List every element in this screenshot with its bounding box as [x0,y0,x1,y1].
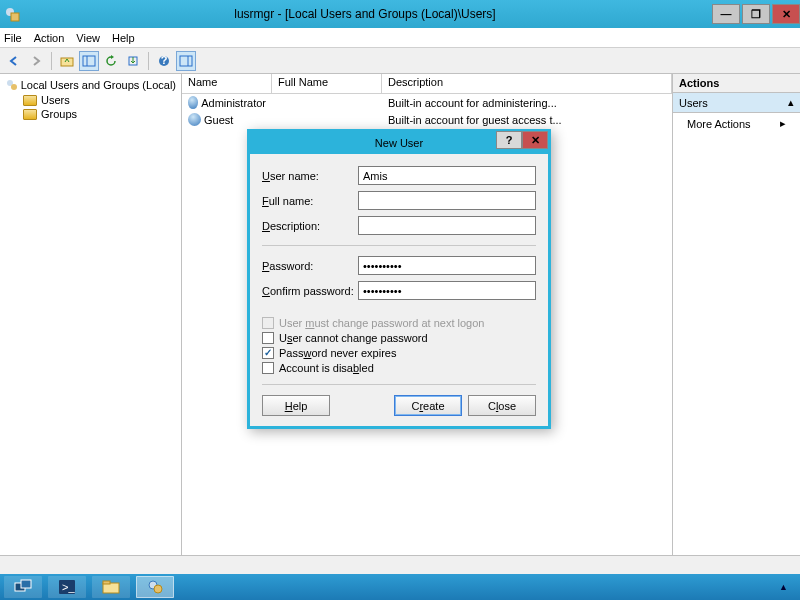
actions-pane: Actions Users ▴ More Actions ▸ [672,74,800,555]
tb-folder-button[interactable] [57,51,77,71]
task-server-manager[interactable] [4,576,42,598]
cannot-change-checkbox[interactable] [262,332,274,344]
list-row[interactable]: Guest Built-in account for guest access … [182,111,672,128]
tb-pane-button[interactable] [79,51,99,71]
forward-button[interactable] [26,51,46,71]
never-expires-label: Password never expires [279,347,396,359]
must-change-checkbox [262,317,274,329]
must-change-label: User must change password at next logon [279,317,484,329]
tb-export-button[interactable] [123,51,143,71]
toolbar-separator [148,52,149,70]
server-manager-icon [14,579,32,595]
must-change-row: User must change password at next logon [262,317,536,329]
password-label: Password: [262,260,358,272]
folder-up-icon [60,55,74,67]
fullname-label: Full name: [262,195,358,207]
svg-rect-8 [180,56,192,66]
back-button[interactable] [4,51,24,71]
cell-name: Guest [204,114,233,126]
cannot-change-row[interactable]: User cannot change password [262,332,536,344]
pane-icon [82,55,96,67]
account-disabled-row[interactable]: Account is disabled [262,362,536,374]
content-pane: Name Full Name Description Administrator… [182,74,672,555]
users-groups-icon [5,78,17,92]
tree-pane: Local Users and Groups (Local) Users Gro… [0,74,182,555]
tree-groups[interactable]: Groups [21,107,178,121]
username-label: User name: [262,170,358,182]
fullname-input[interactable] [358,191,536,210]
task-powershell[interactable]: >_ [48,576,86,598]
list-header: Name Full Name Description [182,74,672,94]
menu-action[interactable]: Action [34,32,65,44]
tb-help-button[interactable]: ? [154,51,174,71]
tree-root-label: Local Users and Groups (Local) [21,79,176,91]
close-dialog-button[interactable]: Close [468,395,536,416]
tree-root[interactable]: Local Users and Groups (Local) [3,77,178,93]
account-disabled-label: Account is disabled [279,362,374,374]
separator [262,245,536,246]
taskbar-tray-arrow[interactable]: ▲ [779,582,796,592]
svg-rect-1 [11,13,19,21]
menubar: File Action View Help [0,28,800,48]
menu-help[interactable]: Help [112,32,135,44]
maximize-button[interactable]: ❐ [742,4,770,24]
dialog-titlebar[interactable]: New User ? ✕ [250,132,548,154]
toolbar-separator [51,52,52,70]
taskbar: >_ ▲ [0,574,800,600]
window-title: lusrmgr - [Local Users and Groups (Local… [20,7,710,21]
description-input[interactable] [358,216,536,235]
close-button[interactable]: ✕ [772,4,800,24]
tree-users-label: Users [41,94,70,106]
folder-icon [23,95,37,106]
user-icon [188,96,198,109]
cell-desc: Built-in account for guest access t... [382,114,672,126]
statusbar [0,555,800,574]
tree-groups-label: Groups [41,108,77,120]
details-pane-icon [179,55,193,67]
arrow-right-icon [30,55,42,67]
app-icon [4,6,20,22]
list-row[interactable]: Administrator Built-in account for admin… [182,94,672,111]
chevron-right-icon: ▸ [780,117,786,130]
task-explorer[interactable] [92,576,130,598]
dialog-help-button[interactable]: ? [496,131,522,149]
password-input[interactable] [358,256,536,275]
tree-users[interactable]: Users [21,93,178,107]
actions-title: Actions [673,74,800,93]
actions-section-users[interactable]: Users ▴ [673,93,800,113]
separator [262,384,536,385]
never-expires-row[interactable]: Password never expires [262,347,536,359]
export-icon [127,55,139,67]
create-button[interactable]: Create [394,395,462,416]
description-label: Description: [262,220,358,232]
never-expires-checkbox[interactable] [262,347,274,359]
account-disabled-checkbox[interactable] [262,362,274,374]
help-icon: ? [158,55,170,67]
titlebar-icon [4,6,20,22]
tb-details-button[interactable] [176,51,196,71]
minimize-button[interactable]: — [712,4,740,24]
dialog-close-button[interactable]: ✕ [522,131,548,149]
svg-point-19 [154,585,162,593]
tb-refresh-button[interactable] [101,51,121,71]
actions-more[interactable]: More Actions ▸ [673,113,800,134]
col-name[interactable]: Name [182,74,272,93]
cell-name: Administrator [201,97,266,109]
task-lusrmgr[interactable] [136,576,174,598]
menu-view[interactable]: View [76,32,100,44]
confirm-password-label: Confirm password: [262,285,358,297]
dialog-title: New User [375,137,423,149]
col-fullname[interactable]: Full Name [272,74,382,93]
explorer-icon [102,579,120,595]
refresh-icon [105,55,117,67]
help-button[interactable]: Help [262,395,330,416]
menu-file[interactable]: File [4,32,22,44]
caret-up-icon: ▴ [788,96,794,109]
window-titlebar: lusrmgr - [Local Users and Groups (Local… [0,0,800,28]
folder-icon [23,109,37,120]
col-description[interactable]: Description [382,74,672,93]
username-input[interactable] [358,166,536,185]
confirm-password-input[interactable] [358,281,536,300]
svg-text:?: ? [161,55,168,66]
arrow-left-icon [8,55,20,67]
